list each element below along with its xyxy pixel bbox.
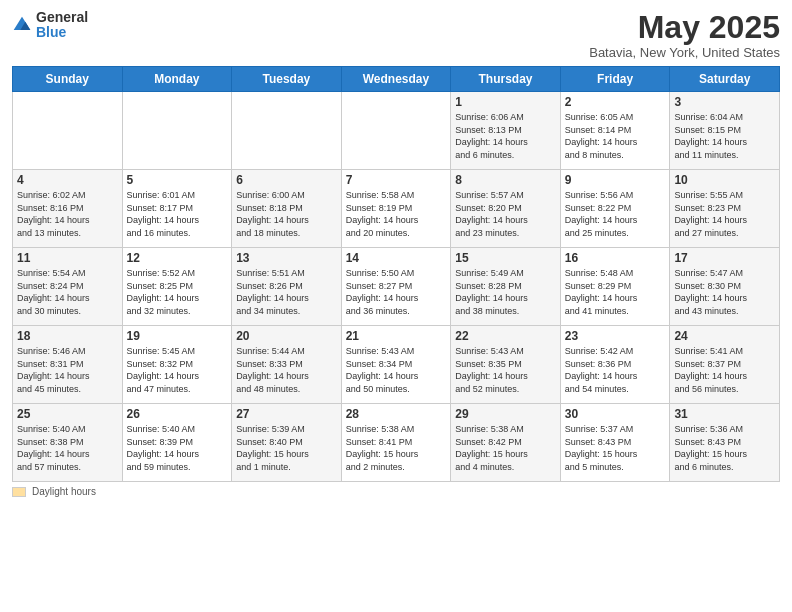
day-cell: 5Sunrise: 6:01 AM Sunset: 8:17 PM Daylig…: [122, 170, 232, 248]
date-number: 9: [565, 173, 666, 187]
day-cell: 7Sunrise: 5:58 AM Sunset: 8:19 PM Daylig…: [341, 170, 451, 248]
cell-info: Sunrise: 5:57 AM Sunset: 8:20 PM Dayligh…: [455, 189, 556, 239]
date-number: 10: [674, 173, 775, 187]
cell-info: Sunrise: 5:43 AM Sunset: 8:35 PM Dayligh…: [455, 345, 556, 395]
date-number: 26: [127, 407, 228, 421]
cell-info: Sunrise: 5:42 AM Sunset: 8:36 PM Dayligh…: [565, 345, 666, 395]
day-cell: 19Sunrise: 5:45 AM Sunset: 8:32 PM Dayli…: [122, 326, 232, 404]
calendar-body: 1Sunrise: 6:06 AM Sunset: 8:13 PM Daylig…: [13, 92, 780, 482]
cell-info: Sunrise: 6:05 AM Sunset: 8:14 PM Dayligh…: [565, 111, 666, 161]
date-number: 17: [674, 251, 775, 265]
day-cell: [122, 92, 232, 170]
date-number: 13: [236, 251, 337, 265]
header: General Blue May 2025 Batavia, New York,…: [12, 10, 780, 60]
day-cell: 13Sunrise: 5:51 AM Sunset: 8:26 PM Dayli…: [232, 248, 342, 326]
cell-info: Sunrise: 5:37 AM Sunset: 8:43 PM Dayligh…: [565, 423, 666, 473]
day-cell: [341, 92, 451, 170]
cell-info: Sunrise: 5:49 AM Sunset: 8:28 PM Dayligh…: [455, 267, 556, 317]
cell-info: Sunrise: 6:04 AM Sunset: 8:15 PM Dayligh…: [674, 111, 775, 161]
day-cell: 16Sunrise: 5:48 AM Sunset: 8:29 PM Dayli…: [560, 248, 670, 326]
day-cell: 28Sunrise: 5:38 AM Sunset: 8:41 PM Dayli…: [341, 404, 451, 482]
page-container: General Blue May 2025 Batavia, New York,…: [0, 0, 792, 505]
col-tuesday: Tuesday: [232, 67, 342, 92]
cell-info: Sunrise: 5:46 AM Sunset: 8:31 PM Dayligh…: [17, 345, 118, 395]
col-thursday: Thursday: [451, 67, 561, 92]
cell-info: Sunrise: 5:52 AM Sunset: 8:25 PM Dayligh…: [127, 267, 228, 317]
cell-info: Sunrise: 5:45 AM Sunset: 8:32 PM Dayligh…: [127, 345, 228, 395]
day-cell: 23Sunrise: 5:42 AM Sunset: 8:36 PM Dayli…: [560, 326, 670, 404]
date-number: 25: [17, 407, 118, 421]
day-cell: 17Sunrise: 5:47 AM Sunset: 8:30 PM Dayli…: [670, 248, 780, 326]
cell-info: Sunrise: 5:47 AM Sunset: 8:30 PM Dayligh…: [674, 267, 775, 317]
title-block: May 2025 Batavia, New York, United State…: [589, 10, 780, 60]
day-cell: 29Sunrise: 5:38 AM Sunset: 8:42 PM Dayli…: [451, 404, 561, 482]
logo: General Blue: [12, 10, 88, 41]
cell-info: Sunrise: 5:43 AM Sunset: 8:34 PM Dayligh…: [346, 345, 447, 395]
date-number: 2: [565, 95, 666, 109]
day-cell: 9Sunrise: 5:56 AM Sunset: 8:22 PM Daylig…: [560, 170, 670, 248]
day-cell: 18Sunrise: 5:46 AM Sunset: 8:31 PM Dayli…: [13, 326, 123, 404]
cell-info: Sunrise: 5:38 AM Sunset: 8:42 PM Dayligh…: [455, 423, 556, 473]
day-cell: [13, 92, 123, 170]
location: Batavia, New York, United States: [589, 45, 780, 60]
date-number: 28: [346, 407, 447, 421]
date-number: 22: [455, 329, 556, 343]
date-number: 24: [674, 329, 775, 343]
legend-label: Daylight hours: [32, 486, 96, 497]
day-cell: 1Sunrise: 6:06 AM Sunset: 8:13 PM Daylig…: [451, 92, 561, 170]
day-cell: [232, 92, 342, 170]
date-number: 7: [346, 173, 447, 187]
date-number: 12: [127, 251, 228, 265]
cell-info: Sunrise: 5:48 AM Sunset: 8:29 PM Dayligh…: [565, 267, 666, 317]
day-cell: 21Sunrise: 5:43 AM Sunset: 8:34 PM Dayli…: [341, 326, 451, 404]
col-monday: Monday: [122, 67, 232, 92]
date-number: 27: [236, 407, 337, 421]
cell-info: Sunrise: 5:44 AM Sunset: 8:33 PM Dayligh…: [236, 345, 337, 395]
col-saturday: Saturday: [670, 67, 780, 92]
col-wednesday: Wednesday: [341, 67, 451, 92]
cell-info: Sunrise: 5:39 AM Sunset: 8:40 PM Dayligh…: [236, 423, 337, 473]
date-number: 16: [565, 251, 666, 265]
legend-box: [12, 487, 26, 497]
logo-blue-text: Blue: [36, 25, 88, 40]
day-cell: 30Sunrise: 5:37 AM Sunset: 8:43 PM Dayli…: [560, 404, 670, 482]
header-row: Sunday Monday Tuesday Wednesday Thursday…: [13, 67, 780, 92]
day-cell: 12Sunrise: 5:52 AM Sunset: 8:25 PM Dayli…: [122, 248, 232, 326]
day-cell: 15Sunrise: 5:49 AM Sunset: 8:28 PM Dayli…: [451, 248, 561, 326]
cell-info: Sunrise: 5:40 AM Sunset: 8:38 PM Dayligh…: [17, 423, 118, 473]
day-cell: 11Sunrise: 5:54 AM Sunset: 8:24 PM Dayli…: [13, 248, 123, 326]
calendar-table: Sunday Monday Tuesday Wednesday Thursday…: [12, 66, 780, 482]
col-sunday: Sunday: [13, 67, 123, 92]
cell-info: Sunrise: 5:50 AM Sunset: 8:27 PM Dayligh…: [346, 267, 447, 317]
cell-info: Sunrise: 5:51 AM Sunset: 8:26 PM Dayligh…: [236, 267, 337, 317]
day-cell: 4Sunrise: 6:02 AM Sunset: 8:16 PM Daylig…: [13, 170, 123, 248]
date-number: 15: [455, 251, 556, 265]
date-number: 5: [127, 173, 228, 187]
day-cell: 10Sunrise: 5:55 AM Sunset: 8:23 PM Dayli…: [670, 170, 780, 248]
cell-info: Sunrise: 5:40 AM Sunset: 8:39 PM Dayligh…: [127, 423, 228, 473]
cell-info: Sunrise: 6:02 AM Sunset: 8:16 PM Dayligh…: [17, 189, 118, 239]
day-cell: 22Sunrise: 5:43 AM Sunset: 8:35 PM Dayli…: [451, 326, 561, 404]
cell-info: Sunrise: 5:56 AM Sunset: 8:22 PM Dayligh…: [565, 189, 666, 239]
day-cell: 6Sunrise: 6:00 AM Sunset: 8:18 PM Daylig…: [232, 170, 342, 248]
date-number: 29: [455, 407, 556, 421]
date-number: 1: [455, 95, 556, 109]
day-cell: 24Sunrise: 5:41 AM Sunset: 8:37 PM Dayli…: [670, 326, 780, 404]
legend-row: Daylight hours: [12, 486, 780, 497]
day-cell: 26Sunrise: 5:40 AM Sunset: 8:39 PM Dayli…: [122, 404, 232, 482]
day-cell: 2Sunrise: 6:05 AM Sunset: 8:14 PM Daylig…: [560, 92, 670, 170]
cell-info: Sunrise: 5:55 AM Sunset: 8:23 PM Dayligh…: [674, 189, 775, 239]
cell-info: Sunrise: 5:36 AM Sunset: 8:43 PM Dayligh…: [674, 423, 775, 473]
date-number: 23: [565, 329, 666, 343]
week-row-5: 25Sunrise: 5:40 AM Sunset: 8:38 PM Dayli…: [13, 404, 780, 482]
cell-info: Sunrise: 6:00 AM Sunset: 8:18 PM Dayligh…: [236, 189, 337, 239]
day-cell: 14Sunrise: 5:50 AM Sunset: 8:27 PM Dayli…: [341, 248, 451, 326]
logo-icon: [12, 15, 32, 35]
date-number: 8: [455, 173, 556, 187]
week-row-4: 18Sunrise: 5:46 AM Sunset: 8:31 PM Dayli…: [13, 326, 780, 404]
week-row-3: 11Sunrise: 5:54 AM Sunset: 8:24 PM Dayli…: [13, 248, 780, 326]
day-cell: 25Sunrise: 5:40 AM Sunset: 8:38 PM Dayli…: [13, 404, 123, 482]
cell-info: Sunrise: 5:58 AM Sunset: 8:19 PM Dayligh…: [346, 189, 447, 239]
date-number: 4: [17, 173, 118, 187]
day-cell: 27Sunrise: 5:39 AM Sunset: 8:40 PM Dayli…: [232, 404, 342, 482]
